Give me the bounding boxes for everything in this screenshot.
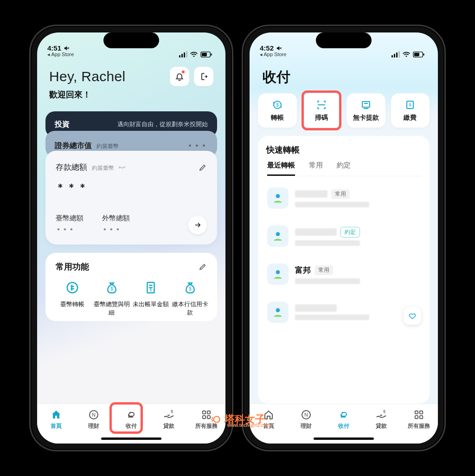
battery-icon (200, 51, 212, 58)
home-icon (51, 409, 62, 420)
nav-label: 收付 (112, 422, 150, 430)
chip-contract: 約定 (340, 227, 360, 238)
heart-icon (408, 312, 417, 320)
svg-text:$: $ (189, 286, 192, 291)
nav-home[interactable]: 首頁 (37, 409, 75, 430)
action-transfer[interactable]: $ 轉帳 (258, 93, 297, 128)
svg-point-26 (276, 308, 280, 312)
svg-rect-20 (362, 102, 370, 107)
tab-common[interactable]: 常用 (309, 161, 323, 176)
redacted (295, 240, 360, 246)
svg-rect-2 (211, 53, 212, 56)
action-scan[interactable]: 掃碼 (302, 93, 341, 128)
nav-label: 理財 (287, 422, 325, 430)
qf-unbilled[interactable]: $ 未出帳單金額 (131, 279, 171, 316)
mute-icon (64, 45, 70, 51)
fx-value: ＊＊＊ (102, 226, 130, 234)
nav-pay[interactable]: 收付 (112, 409, 150, 430)
tab-recent[interactable]: 最近轉帳 (267, 161, 295, 176)
favorite-button[interactable] (404, 307, 421, 325)
svg-rect-16 (414, 52, 419, 56)
securities-value: ＊＊＊ (187, 142, 208, 151)
redacted (295, 228, 337, 236)
securities-label: 證券總市值 (55, 142, 92, 149)
twd-label: 臺幣總額 (56, 214, 83, 223)
tab-contract[interactable]: 約定 (337, 161, 351, 176)
status-time: 4:52 (260, 45, 274, 52)
svg-rect-13 (203, 416, 205, 418)
card-deposit[interactable]: 存款總額 約當臺幣 ＊＊＊ 臺幣總額 ＊＊＊ 外幣總額 (45, 151, 217, 244)
redacted (295, 315, 369, 320)
qf-overview[interactable]: $ 臺幣總覽與明細 (92, 279, 132, 316)
wifi-icon (190, 51, 198, 57)
action-bill[interactable]: $ 繳費 (391, 93, 430, 128)
nav-loan[interactable]: $ 貸款 (150, 409, 188, 430)
redacted (295, 304, 337, 312)
svg-rect-33 (420, 416, 423, 418)
bottom-nav: 首頁 N 理財 收付 $ 貸款 所有服務 (250, 404, 438, 444)
signal-icon (392, 51, 400, 58)
nav-pay[interactable]: 收付 (325, 409, 362, 430)
back-to-appstore[interactable]: ◂ App Store (47, 52, 74, 58)
nav-wealth[interactable]: N 理財 (287, 409, 325, 430)
bottom-nav: 首頁 N 理財 收付 $ 貸款 所有服務 (37, 404, 225, 444)
dynamic-island (103, 32, 159, 48)
screen-home: 4:51 ◂ App Store Hey, Rachel (37, 32, 225, 444)
list-item[interactable] (266, 293, 421, 331)
svg-text:N: N (304, 412, 308, 418)
pencil-icon[interactable] (199, 263, 207, 271)
quick-transfer-card: 快速轉帳 最近轉帳 常用 約定 常用 (258, 136, 430, 404)
svg-rect-1 (202, 52, 207, 56)
phone-frame-left: 4:51 ◂ App Store Hey, Rachel (29, 25, 233, 451)
svg-text:$: $ (110, 286, 113, 291)
loan-icon: $ (375, 409, 387, 420)
svg-rect-17 (423, 53, 424, 56)
nav-loan[interactable]: $ 貸款 (363, 409, 400, 430)
nav-all[interactable]: 所有服務 (400, 409, 438, 430)
person-icon (272, 230, 284, 242)
securities-sub: 約當臺幣 (96, 143, 119, 149)
eye-off-icon[interactable] (118, 166, 126, 170)
nav-wealth[interactable]: N 理財 (75, 409, 112, 430)
person-icon (272, 306, 284, 318)
avatar (267, 225, 289, 247)
qf-paycard[interactable]: $ 繳本行信用卡款 (171, 279, 210, 316)
nav-label: 貸款 (150, 422, 188, 430)
scan-icon (316, 99, 327, 110)
chip-common: 常用 (315, 265, 333, 275)
pencil-icon[interactable] (199, 163, 207, 172)
receipt-icon: $ (144, 281, 158, 295)
watermark-icon (210, 413, 222, 425)
list-item[interactable]: 富邦常用 (266, 255, 421, 293)
row-name: 富邦 (295, 265, 311, 276)
action-cardless[interactable]: 無卡提款 (347, 93, 385, 128)
svg-rect-32 (415, 416, 418, 418)
quick-functions-title: 常用功能 (56, 261, 89, 272)
tabs: 最近轉帳 常用 約定 (266, 161, 421, 176)
watermark-url: www.tech-girlz.com (227, 423, 271, 428)
atm-icon (360, 99, 372, 110)
invest-label: 投資 (55, 120, 70, 129)
list-item[interactable]: 常用 (266, 179, 421, 217)
list-item[interactable]: 約定 (266, 217, 421, 255)
wealth-icon: N (301, 409, 312, 420)
notifications-button[interactable] (170, 67, 189, 86)
quick-functions: 常用功能 臺幣轉帳 $ 臺幣總覽與明細 $ 未出帳單金額 (45, 253, 217, 321)
bell-icon (175, 72, 184, 81)
back-to-appstore[interactable]: ◂ App Store (260, 52, 286, 58)
greeting: Hey, Rachel (49, 69, 125, 84)
qf-transfer[interactable]: 臺幣轉帳 (53, 279, 92, 316)
deposit-sub: 約當臺幣 (92, 165, 114, 171)
nav-label: 首頁 (37, 422, 75, 430)
card-expand-button[interactable] (188, 216, 207, 234)
svg-point-34 (214, 417, 220, 423)
grid-icon (414, 410, 424, 420)
svg-rect-30 (415, 411, 418, 414)
home-indicator (101, 437, 161, 440)
avatar (267, 302, 289, 323)
invest-tagline: 邁向財富自由，從規劃奈米投開始 (117, 120, 208, 129)
person-icon (272, 268, 284, 280)
svg-text:$: $ (150, 288, 152, 292)
arrow-right-icon (193, 221, 202, 229)
logout-button[interactable] (194, 67, 213, 86)
